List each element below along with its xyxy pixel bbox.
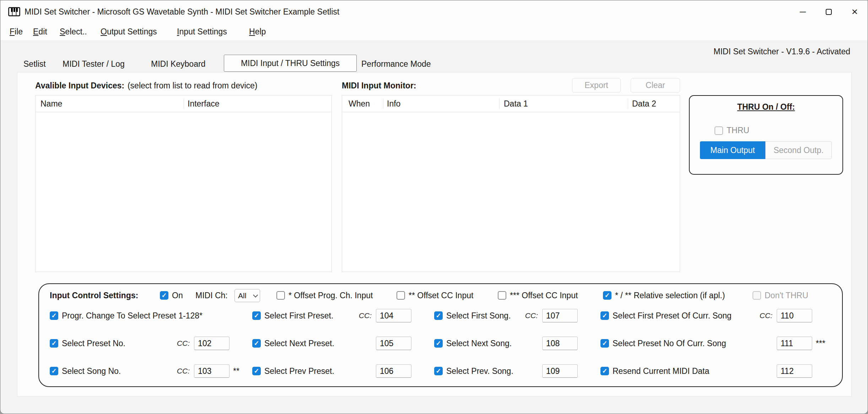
clear-button[interactable]: Clear [631,78,680,93]
input-devices-list: Name Interface [35,95,332,272]
tab-midi-input-thru-settings[interactable]: MIDI Input / THRU Settings [224,55,357,72]
checkbox-icon: ✓ [434,311,443,320]
check-icon: ✓ [436,312,441,319]
checkbox-icon: ✓ [50,339,58,348]
title-bar: MIDI Set Switcher - Microsoft GS Wavetab… [0,0,868,23]
close-button[interactable]: × [842,0,868,23]
check-icon: ✓ [604,292,610,299]
resend-current-midi-data-cc-input[interactable] [777,364,812,378]
menu-edit[interactable]: Edit [33,23,47,40]
grid-cell: ✓ Select First Song. CC: [434,309,600,322]
app-window: MIDI Set Switcher - Microsoft GS Wavetab… [0,0,868,414]
checkbox-icon: ✓ [276,291,285,300]
cc-label: CC: [177,339,190,348]
thru-checkbox[interactable]: ✓ THRU [715,126,749,135]
select-song-no-checkbox[interactable]: ✓ Select Song No. [50,366,121,376]
select-first-preset-of-curr-song-checkbox[interactable]: ✓ Select First Preset Of Curr. Song [600,311,732,321]
checkbox-icon: ✓ [600,311,609,320]
thru-output-toggle: Main Output Second Outp. [700,141,832,159]
menu-file[interactable]: File [10,23,23,40]
select-next-preset-checkbox[interactable]: ✓ Select Next Preset. [252,339,334,348]
midi-channel-select[interactable]: All [234,289,260,302]
select-next-preset-cc-input[interactable] [376,337,411,350]
menu-select[interactable]: Select.. [60,23,87,40]
check-icon: ✓ [602,340,607,347]
select-first-song-cc-input[interactable] [542,309,578,322]
close-icon: × [852,6,858,18]
column-header-when[interactable]: When [349,96,370,112]
cc-label: CC: [177,367,190,375]
select-preset-no-cc-input[interactable] [194,337,230,350]
menu-bar: File Edit Select.. Output Settings Input… [0,23,868,40]
midi-input-monitor-body[interactable] [342,113,680,272]
window-title: MIDI Set Switcher - Microsoft GS Wavetab… [25,7,339,17]
minimize-icon: ─ [800,7,806,17]
check-icon: ✓ [436,340,441,347]
select-prev-preset-cc-input[interactable] [376,364,411,378]
checkbox-icon: ✓ [434,339,443,348]
maximize-icon [826,9,832,15]
tab-performance-mode[interactable]: Performance Mode [361,56,431,72]
select-first-preset-of-curr-song-cc-input[interactable] [777,309,812,322]
input-devices-list-body[interactable] [36,113,331,272]
column-separator [383,98,383,109]
second-output-button[interactable]: Second Outp. [765,141,832,159]
main-output-button[interactable]: Main Output [700,141,765,159]
column-separator [499,98,500,109]
check-icon: ✓ [51,368,56,374]
check-icon: ✓ [51,340,56,347]
check-icon: ✓ [254,312,259,319]
column-header-name[interactable]: Name [41,96,62,112]
check-icon: ✓ [436,368,441,374]
grid-cell: ✓ Select Song No. CC: ** [50,364,252,378]
midi-channel-value: All [238,292,246,300]
check-icon: ✓ [254,368,259,374]
thru-panel: THRU On / Off: ✓ THRU Main Output Second… [689,95,843,175]
cc-suffix: *** [812,339,835,348]
tab-setlist[interactable]: Setlist [23,56,46,72]
select-preset-no-of-curr-song-checkbox[interactable]: ✓ Select Preset No Of Curr. Song [600,339,726,348]
maximize-button[interactable] [816,0,842,23]
checkbox-icon: ✓ [252,311,261,320]
tab-midi-tester-log[interactable]: MIDI Tester / Log [63,56,125,72]
grid-cell: ✓ Resend Current MIDI Data [600,364,835,378]
column-separator [184,98,184,109]
menu-help[interactable]: Help [249,23,266,40]
resend-current-midi-data-checkbox[interactable]: ✓ Resend Current MIDI Data [600,366,709,376]
select-song-no-cc-input[interactable] [194,364,230,378]
checkbox-icon: ✓ [753,291,761,300]
select-prev-preset-checkbox[interactable]: ✓ Select Prev Preset. [252,366,334,376]
export-button[interactable]: Export [572,78,621,93]
minimize-button[interactable]: ─ [790,0,816,23]
grid-cell: ✓ Select Preset No Of Curr. Song *** [600,337,835,350]
menu-output-settings[interactable]: Output Settings [101,23,157,40]
grid-cell: ✓ Select First Preset. CC: [252,309,434,322]
checkbox-icon: ✓ [252,367,261,375]
select-first-preset-checkbox[interactable]: ✓ Select First Preset. [252,311,333,321]
checkbox-icon: ✓ [160,291,168,300]
select-first-preset-cc-input[interactable] [376,309,411,322]
thru-title: THRU On / Off: [690,102,842,112]
select-next-song-cc-input[interactable] [542,337,578,350]
select-prev-song-checkbox[interactable]: ✓ Select Prev. Song. [434,366,513,376]
column-separator [628,98,628,109]
grid-cell: ✓ Select First Preset Of Curr. Song CC: [600,309,835,322]
tab-midi-keyboard[interactable]: MIDI Keyboard [151,56,205,72]
grid-cell: ✓ Select Next Song. [434,337,600,350]
column-header-data1[interactable]: Data 1 [504,96,528,112]
select-prev-song-cc-input[interactable] [542,364,578,378]
select-preset-no-of-curr-song-cc-input[interactable] [777,337,812,350]
check-icon: ✓ [602,312,607,319]
chevron-down-icon [253,292,258,297]
select-preset-no-checkbox[interactable]: ✓ Select Preset No. [50,339,125,348]
midi-input-monitor-header: When Info Data 1 Data 2 [342,96,680,112]
checkbox-icon: ✓ [600,367,609,375]
check-icon: ✓ [51,312,56,319]
column-header-info[interactable]: Info [387,96,400,112]
menu-input-settings[interactable]: Input Settings [177,23,227,40]
select-next-song-checkbox[interactable]: ✓ Select Next Song. [434,339,512,348]
progr-change-select-preset-checkbox[interactable]: ✓ Progr. Change To Select Preset 1-128* [50,311,203,321]
column-header-data2[interactable]: Data 2 [632,96,656,112]
column-header-interface[interactable]: Interface [188,96,220,112]
select-first-song-checkbox[interactable]: ✓ Select First Song. [434,311,511,321]
